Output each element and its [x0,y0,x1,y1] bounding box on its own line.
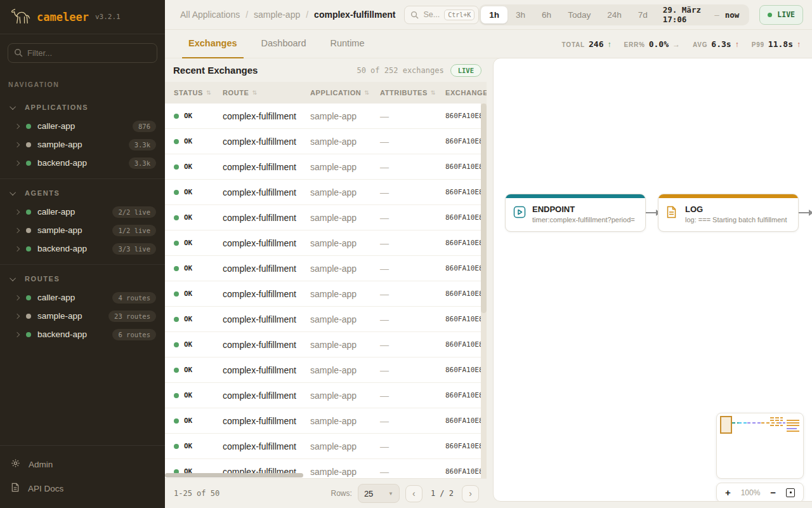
status-text: OK [184,340,192,349]
next-page-button[interactable]: › [462,485,479,502]
time-range-today[interactable]: Today [560,6,599,23]
time-range-3h[interactable]: 3h [508,6,534,23]
breadcrumb-item[interactable]: sample-app [254,10,300,20]
nav-section-applications: APPLICATIONScaller-app876sample-app3.3kb… [0,93,165,179]
count-badge: 2/2 live [112,206,156,218]
section-header-applications[interactable]: APPLICATIONS [0,97,165,117]
application-cell: sample-app [301,264,371,274]
application-cell: sample-app [301,441,371,451]
diagram-node-endpoint[interactable]: ENDPOINTtimer:complex-fulfillment?period… [505,194,646,232]
page-indicator: 1 / 2 [431,489,454,498]
breadcrumb-item[interactable]: complex-fulfillment [314,10,395,20]
live-toggle[interactable]: LIVE [759,5,803,25]
footer-item-admin[interactable]: Admin [0,452,165,476]
sidebar-item-caller-app[interactable]: caller-app876 [0,117,165,135]
attributes-cell: — [371,441,436,451]
route-diagram-canvas[interactable]: + 100% − ENDPOINTtimer:complex-fulfillme… [493,58,812,502]
zoom-out-button[interactable]: − [770,487,776,498]
table-row[interactable]: OKcomplex-fulfillmentsample-app—860FA10E… [165,383,487,408]
horizontal-scrollbar[interactable] [165,473,303,478]
table-row[interactable]: OKcomplex-fulfillmentsample-app—860FA10E… [165,307,487,332]
exchange-id-cell: 860FA10E8D [436,442,487,450]
sidebar-item-backend-app[interactable]: backend-app6 routes [0,325,165,344]
attributes-cell: — [371,340,436,350]
vertical-scrollbar[interactable] [481,104,487,313]
section-label: AGENTS [25,189,60,197]
tab-dashboard[interactable]: Dashboard [253,30,315,58]
attributes-cell: — [371,264,436,274]
range-from: 29. März 17:06 [663,5,709,24]
application-cell: sample-app [301,416,371,426]
table-row[interactable]: OKcomplex-fulfillmentsample-app—860FA10E… [165,154,487,180]
item-name: sample-app [37,225,82,235]
exchange-id-cell: 860FA10E8D [436,239,487,247]
table-row[interactable]: OKcomplex-fulfillmentsample-app—860FA10E… [165,129,487,154]
search-icon [14,48,23,57]
attributes-cell: — [371,365,436,375]
search-icon [410,11,419,19]
status-cell: OK [165,188,214,196]
attributes-cell: — [371,137,436,147]
table-row[interactable]: OKcomplex-fulfillmentsample-app—860FA10E… [165,180,487,205]
route-cell: complex-fulfillment [214,416,301,426]
rows-per-page-select[interactable]: 25 ▼ [358,484,400,503]
status-text: OK [184,442,192,450]
table-row[interactable]: OKcomplex-fulfillmentsample-app—860FA10E… [165,332,487,358]
column-header-status[interactable]: STATUS⇅ [165,89,214,97]
application-cell: sample-app [301,340,371,350]
column-header-attributes[interactable]: ATTRIBUTES⇅ [371,89,436,97]
sidebar-item-caller-app[interactable]: caller-app4 routes [0,288,165,307]
route-diagram-panel: + 100% − ENDPOINTtimer:complex-fulfillme… [487,58,812,508]
exchange-id-cell: 860FA10E8D [436,290,487,298]
time-range-control: 1h3h6hToday24h7d 29. März 17:06 — now [479,4,749,25]
global-search-button[interactable]: Se... Ctrl+K [404,6,479,24]
time-range-24h[interactable]: 24h [599,6,630,23]
footer-item-api-docs[interactable]: API Docs [0,476,165,500]
zoom-in-button[interactable]: + [725,487,731,498]
sidebar-item-backend-app[interactable]: backend-app3.3k [0,154,165,172]
column-header-route[interactable]: ROUTE⇅ [214,89,301,97]
diagram-node-log[interactable]: LOGlog: === Starting batch fulfillment c… [658,194,799,232]
table-row[interactable]: OKcomplex-fulfillmentsample-app—860FA10E… [165,256,487,281]
minimap[interactable] [716,413,804,479]
table-row[interactable]: OKcomplex-fulfillmentsample-app—860FA10E… [165,104,487,129]
rows-per-page-label: Rows: [331,489,352,498]
item-name: backend-app [37,244,87,253]
time-range-7d[interactable]: 7d [630,6,656,23]
sidebar-item-backend-app[interactable]: backend-app3/3 live [0,239,165,258]
time-range-display[interactable]: 29. März 17:06 — now [656,5,748,24]
table-row[interactable]: OKcomplex-fulfillmentsample-app—860FA10E… [165,281,487,307]
table-row[interactable]: OKcomplex-fulfillmentsample-app—860FA10E… [165,231,487,256]
tab-runtime[interactable]: Runtime [322,30,373,58]
item-name: sample-app [37,311,82,321]
sidebar-item-sample-app[interactable]: sample-app23 routes [0,307,165,325]
section-header-agents[interactable]: AGENTS [0,183,165,203]
count-badge: 3.3k [129,157,156,169]
sidebar-item-sample-app[interactable]: sample-app3.3k [0,135,165,154]
status-text: OK [184,163,192,171]
column-header-application[interactable]: APPLICATION⇅ [301,89,371,97]
breadcrumb-item[interactable]: All Applications [180,10,240,20]
fit-view-icon[interactable] [786,488,795,497]
flow-arrow [646,212,657,213]
sort-icon: ⇅ [431,90,436,96]
route-cell: complex-fulfillment [214,162,301,172]
time-range-1h[interactable]: 1h [481,6,508,23]
exchange-id-cell: 860FA10E8D [436,188,487,196]
sidebar-item-caller-app[interactable]: caller-app2/2 live [0,203,165,221]
filter-input[interactable] [8,43,157,63]
column-header-exchange[interactable]: EXCHANGE⇅ [436,89,487,97]
time-range-6h[interactable]: 6h [534,6,560,23]
table-row[interactable]: OKcomplex-fulfillmentsample-app—860FA10E… [165,434,487,459]
attributes-cell: — [371,314,436,324]
table-row[interactable]: OKcomplex-fulfillmentsample-app—860FA10E… [165,205,487,231]
status-ok-dot-icon [174,164,179,170]
section-header-routes[interactable]: ROUTES [0,269,165,288]
chevron-right-icon [15,331,20,337]
tab-exchanges[interactable]: Exchanges [180,30,246,58]
table-row[interactable]: OKcomplex-fulfillmentsample-app—860FA10E… [165,358,487,383]
prev-page-button[interactable]: ‹ [405,485,422,502]
sidebar-item-sample-app[interactable]: sample-app1/2 live [0,221,165,239]
main-area: All Applications/sample-app/complex-fulf… [165,0,812,508]
table-row[interactable]: OKcomplex-fulfillmentsample-app—860FA10E… [165,408,487,434]
